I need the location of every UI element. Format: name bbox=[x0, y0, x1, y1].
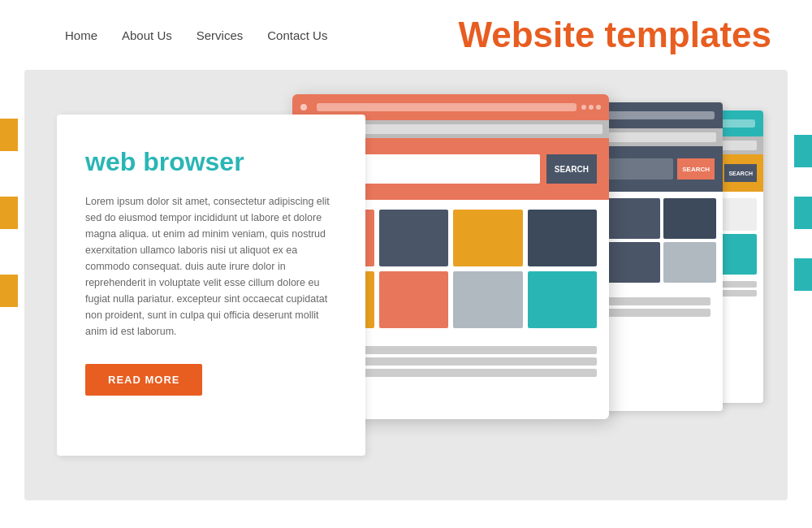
nav: Home About Us Services Contact Us bbox=[65, 28, 327, 42]
chrome-dot-1 bbox=[300, 104, 307, 110]
mid-cell-3 bbox=[663, 198, 716, 239]
mid-search-button[interactable]: SEARCH bbox=[677, 158, 715, 180]
mid-cell-6 bbox=[663, 242, 716, 283]
white-stripe-1 bbox=[794, 174, 812, 190]
deco-bar-gold-3 bbox=[0, 275, 18, 307]
color-cell-gold-1 bbox=[453, 210, 523, 266]
color-cell-salmon-2 bbox=[379, 271, 449, 328]
dot bbox=[581, 105, 586, 110]
teal-stripe-2 bbox=[794, 197, 812, 229]
dot bbox=[596, 105, 601, 110]
nav-home[interactable]: Home bbox=[65, 28, 97, 42]
search-button[interactable]: SEARCH bbox=[546, 154, 597, 184]
mid-cell-5 bbox=[607, 242, 659, 283]
header: Home About Us Services Contact Us Websit… bbox=[0, 0, 812, 70]
mid-cell-2 bbox=[607, 198, 659, 239]
nav-about[interactable]: About Us bbox=[122, 28, 172, 42]
left-decoration bbox=[0, 119, 18, 307]
color-cell-dark-2 bbox=[528, 210, 598, 266]
deco-bar-white-2 bbox=[0, 236, 18, 268]
nav-contact[interactable]: Contact Us bbox=[267, 28, 327, 42]
chrome-url-bar bbox=[317, 103, 577, 111]
page-title: Website templates bbox=[458, 15, 771, 55]
card-title: web browser bbox=[85, 147, 337, 177]
color-cell-dark-1 bbox=[379, 210, 449, 266]
white-stripe-2 bbox=[794, 236, 812, 252]
main-area: web browser Lorem ipsum dolor sit amet, … bbox=[24, 70, 788, 500]
dot bbox=[589, 105, 594, 110]
teal-stripe-3 bbox=[794, 258, 812, 291]
color-cell-gray bbox=[453, 271, 523, 328]
content-card: web browser Lorem ipsum dolor sit amet, … bbox=[57, 115, 365, 456]
chrome-dots bbox=[581, 105, 601, 110]
deco-bar-gold-1 bbox=[0, 119, 18, 151]
deco-bar-gold-2 bbox=[0, 197, 18, 229]
right-decoration bbox=[794, 135, 812, 291]
nav-services[interactable]: Services bbox=[197, 28, 244, 42]
card-body: Lorem ipsum dolor sit amet, consectetur … bbox=[85, 193, 337, 340]
color-cell-teal bbox=[528, 271, 598, 328]
read-more-button[interactable]: READ MORE bbox=[85, 364, 202, 396]
right-search-button[interactable]: SEARCH bbox=[724, 164, 757, 182]
teal-stripe-1 bbox=[794, 135, 812, 167]
deco-bar-white-1 bbox=[0, 158, 18, 190]
